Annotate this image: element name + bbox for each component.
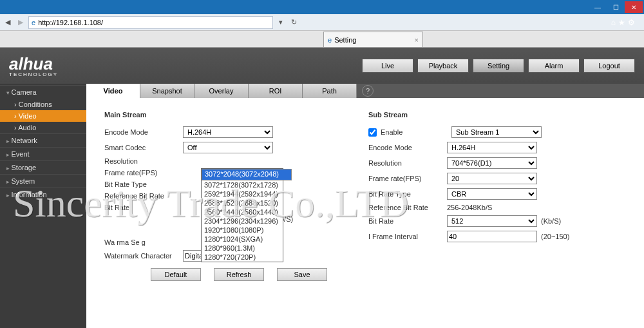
- browser-tab[interactable]: e Setting ×: [323, 32, 423, 47]
- settings-panel: Main Stream Encode Mode H.264H Smart Cod…: [86, 98, 644, 328]
- nav-alarm[interactable]: Alarm: [528, 59, 580, 73]
- sub-resolution-select[interactable]: 704*576(D1): [447, 157, 537, 169]
- content-area: Video Snapshot Overlay ROI Path ? Main S…: [86, 84, 644, 328]
- sub-bitrate-label: Bit Rate: [368, 217, 447, 225]
- resolution-label: Resolution: [104, 157, 183, 165]
- default-button[interactable]: Default: [151, 268, 201, 281]
- tab-path[interactable]: Path: [303, 84, 357, 98]
- minimize-button[interactable]: —: [589, 1, 607, 13]
- nav-live[interactable]: Live: [362, 59, 413, 73]
- ie-icon: e: [32, 19, 35, 26]
- sidebar-group-storage[interactable]: Storage: [0, 160, 86, 174]
- sidebar-item-video[interactable]: Video: [0, 110, 86, 122]
- sidebar-item-conditions[interactable]: Conditions: [0, 99, 86, 110]
- maximize-button[interactable]: ☐: [607, 1, 625, 13]
- enable-label: Enable: [381, 128, 451, 136]
- sidebar-group-camera[interactable]: Camera: [0, 85, 86, 99]
- logo: alhuaTECHNOLOGY: [9, 54, 58, 77]
- sub-iframe-input[interactable]: [447, 231, 537, 242]
- window-titlebar: — ☐ ✕: [0, 0, 644, 14]
- resolution-option[interactable]: 2592*1944(2592x1944): [202, 189, 283, 198]
- tab-roi[interactable]: ROI: [249, 84, 303, 98]
- smart-codec-label: Smart Codec: [104, 144, 183, 151]
- resolution-option[interactable]: 2688*1520(2688x1520): [202, 198, 283, 207]
- resolution-option[interactable]: 2304*1296(2304x1296): [202, 217, 283, 226]
- resolution-option[interactable]: 3072*1728(3072x1728): [202, 180, 283, 189]
- nav-setting[interactable]: Setting: [473, 59, 524, 73]
- frame-rate-label: Frame rate(FPS): [104, 169, 183, 177]
- sub-iframe-label: I Frame Interval: [368, 233, 447, 240]
- sub-bitrate-select[interactable]: 512: [447, 215, 537, 227]
- browser-tab-strip: e Setting ×: [0, 31, 644, 48]
- sub-tabs: Video Snapshot Overlay ROI Path ?: [86, 84, 644, 98]
- sidebar-group-network[interactable]: Network: [0, 133, 86, 147]
- resolution-dropdown[interactable]: 3072*2048(3072x2048) 3072*1728(3072x1728…: [201, 168, 283, 262]
- dropdown-icon[interactable]: ▾: [276, 17, 286, 28]
- sidebar-item-audio[interactable]: Audio: [0, 122, 86, 133]
- tab-snapshot[interactable]: Snapshot: [140, 84, 194, 98]
- ie-icon: e: [328, 36, 332, 44]
- substream-select[interactable]: Sub Stream 1: [451, 126, 542, 138]
- home-icon[interactable]: ⌂: [611, 18, 616, 27]
- back-icon[interactable]: ◀: [3, 17, 13, 28]
- main-stream-title: Main Stream: [104, 108, 362, 126]
- favorites-icon[interactable]: ★: [618, 18, 625, 27]
- close-button[interactable]: ✕: [625, 1, 643, 13]
- resolution-option[interactable]: 2560*1440(2560x1440): [202, 207, 283, 217]
- sidebar-group-event[interactable]: Event: [0, 147, 86, 160]
- sub-framerate-select[interactable]: 20: [447, 173, 537, 184]
- resolution-option[interactable]: 1280*720(720P): [202, 253, 283, 262]
- sub-ref-bitrate-label: Reference Bit Rate: [368, 204, 447, 211]
- refresh-button[interactable]: Refresh: [214, 268, 264, 281]
- sidebar: Camera Conditions Video Audio Network Ev…: [0, 84, 86, 328]
- sidebar-group-information[interactable]: Information: [0, 188, 86, 201]
- sub-stream-title: Sub Stream: [368, 108, 626, 126]
- main-area: Camera Conditions Video Audio Network Ev…: [0, 84, 644, 328]
- bitrate-type-label: Bit Rate Type: [104, 180, 183, 188]
- sub-bitrate-type-label: Bit Rate Type: [368, 190, 447, 198]
- sub-kbs-hint: (Kb/S): [541, 217, 561, 225]
- wm-settings-label: Wa rma Se g: [104, 238, 183, 246]
- url-input[interactable]: e http://192.168.1.108/: [28, 16, 273, 29]
- wm-char-label: Watermark Character: [104, 252, 183, 260]
- tab-title: Setting: [334, 36, 356, 44]
- sidebar-group-system[interactable]: System: [0, 174, 86, 188]
- main-stream-column: Main Stream Encode Mode H.264H Smart Cod…: [104, 108, 362, 281]
- browser-address-bar: ◀ ▶ e http://192.168.1.108/ ▾ ↻ ⌂ ★ ⚙: [0, 14, 644, 31]
- resolution-option[interactable]: 1920*1080(1080P): [202, 226, 283, 235]
- sub-encode-mode-select[interactable]: H.264H: [447, 142, 537, 153]
- enable-checkbox[interactable]: [368, 128, 377, 137]
- tools-icon[interactable]: ⚙: [628, 18, 635, 27]
- sub-encode-mode-label: Encode Mode: [368, 144, 447, 151]
- resolution-option[interactable]: 3072*2048(3072x2048): [202, 169, 292, 180]
- ref-bitrate-label: Reference Bit Rate: [104, 192, 183, 200]
- sub-stream-column: Sub Stream Enable Sub Stream 1 Encode Mo…: [368, 108, 626, 281]
- smart-codec-select[interactable]: Off: [183, 142, 273, 153]
- app-header: alhuaTECHNOLOGY Live Playback Setting Al…: [0, 48, 644, 84]
- tab-close-icon[interactable]: ×: [415, 36, 419, 44]
- bitrate-label: Bit Rate: [104, 204, 183, 211]
- encode-mode-label: Encode Mode: [104, 128, 183, 136]
- tab-video[interactable]: Video: [86, 84, 140, 98]
- sub-iframe-hint: (20~150): [541, 233, 569, 240]
- tab-overlay[interactable]: Overlay: [194, 84, 249, 98]
- main-nav: Live Playback Setting Alarm Logout: [362, 59, 635, 73]
- help-icon[interactable]: ?: [362, 85, 374, 97]
- nav-playback[interactable]: Playback: [417, 59, 469, 73]
- sub-bitrate-type-select[interactable]: CBR: [447, 188, 537, 200]
- forward-icon[interactable]: ▶: [15, 17, 26, 28]
- resolution-option[interactable]: 1280*960(1.3M): [202, 244, 283, 253]
- nav-logout[interactable]: Logout: [583, 59, 635, 73]
- refresh-icon[interactable]: ↻: [289, 17, 299, 28]
- url-text: http://192.168.1.108/: [38, 19, 103, 26]
- sub-ref-bitrate-value: 256-2048Kb/S: [447, 204, 492, 211]
- save-button[interactable]: Save: [277, 268, 327, 281]
- encode-mode-select[interactable]: H.264H: [183, 126, 273, 138]
- sub-resolution-label: Resolution: [368, 159, 447, 167]
- resolution-option[interactable]: 1280*1024(SXGA): [202, 235, 283, 244]
- sub-framerate-label: Frame rate(FPS): [368, 175, 447, 182]
